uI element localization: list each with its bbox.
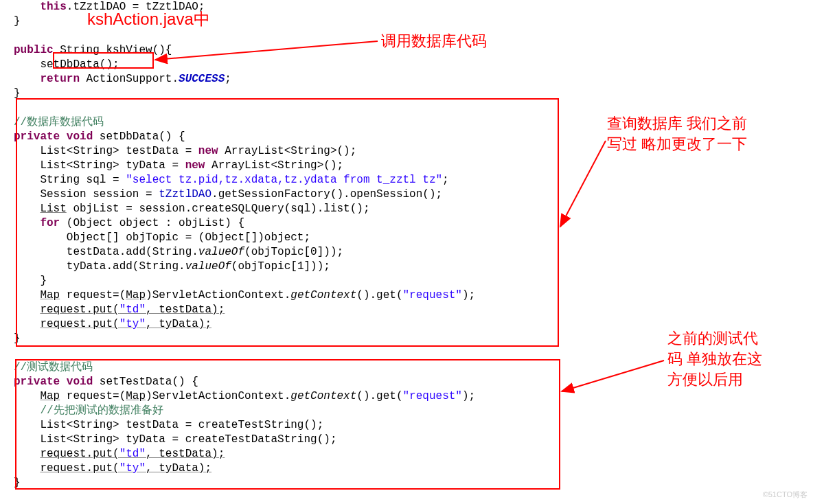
highlight-box-db-method [16,98,559,347]
code-line: return ActionSupport.SUCCESS; [14,72,556,87]
svg-line-5 [562,360,664,391]
code-line [14,346,556,360]
highlight-box-test-method [15,359,560,490]
highlight-box-setdbdata [53,52,154,69]
annotation-query-db-1: 查询数据库 我们之前 [607,113,747,134]
annotation-query-db-2: 写过 略加更改了一下 [607,134,747,154]
watermark: ©51CTO博客 [763,490,808,500]
annotation-title: kshAction.java中 [87,8,210,30]
arrow-3 [558,357,667,398]
svg-line-3 [560,141,606,227]
annotation-test-code-3: 方便以后用 [667,369,743,390]
annotation-test-code-1: 之前的测试代 [667,328,758,349]
arrow-2 [556,137,611,233]
annotation-test-code-2: 码 单独放在这 [667,349,762,369]
annotation-call-db: 调用数据库代码 [381,31,487,51]
